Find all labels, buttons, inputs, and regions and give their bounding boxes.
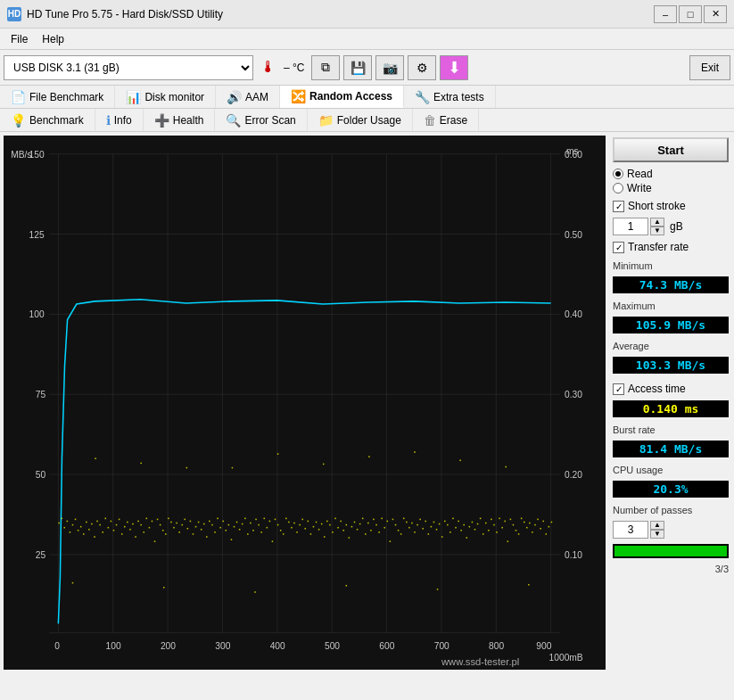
tab-error-scan[interactable]: 🔍 Error Scan [215, 109, 307, 131]
tab-extra-tests[interactable]: 🔧 Extra tests [404, 86, 496, 108]
transfer-rate-check: ✓ [613, 242, 624, 253]
progress-bar-container [613, 544, 729, 558]
svg-rect-104 [226, 530, 227, 531]
short-stroke-up[interactable]: ▲ [650, 218, 664, 226]
svg-rect-194 [472, 522, 474, 523]
read-radio[interactable]: Read [613, 168, 729, 180]
chart-container: MB/s 150 125 100 75 50 25 0.60 0.50 0.40… [4, 136, 606, 670]
short-stroke-spin-buttons: ▲ ▼ [650, 218, 664, 235]
svg-text:0.20: 0.20 [565, 470, 582, 480]
num-passes-input[interactable] [613, 521, 648, 539]
num-passes-down[interactable]: ▼ [650, 530, 664, 539]
svg-rect-94 [198, 522, 200, 523]
svg-rect-98 [209, 521, 210, 523]
svg-rect-208 [510, 519, 512, 521]
svg-rect-180 [433, 522, 435, 523]
screenshot-icon-btn[interactable]: 📷 [375, 55, 404, 80]
write-radio[interactable]: Write [613, 182, 729, 194]
svg-rect-230 [459, 460, 461, 462]
transfer-rate-checkbox[interactable]: ✓ Transfer rate [613, 241, 729, 253]
maximize-button[interactable]: □ [679, 5, 702, 23]
svg-rect-84 [170, 522, 172, 523]
save-icon-btn[interactable]: 💾 [343, 55, 372, 80]
menu-file[interactable]: File [4, 31, 35, 47]
svg-rect-225 [186, 467, 188, 469]
close-button[interactable]: ✕ [704, 5, 727, 23]
svg-rect-49 [75, 519, 77, 521]
svg-rect-141 [326, 521, 328, 523]
minimize-button[interactable]: – [654, 5, 677, 23]
svg-rect-212 [521, 518, 523, 520]
short-stroke-checkbox[interactable]: ✓ Short stroke [613, 200, 729, 212]
svg-rect-54 [88, 529, 90, 531]
settings-icon-btn[interactable]: ⚙ [408, 55, 436, 80]
svg-rect-43 [58, 523, 60, 524]
svg-rect-215 [529, 523, 531, 524]
svg-rect-139 [321, 523, 323, 525]
svg-rect-58 [99, 524, 101, 526]
disk-selector[interactable]: USB DISK 3.1 (31 gB) [4, 55, 253, 80]
svg-rect-62 [111, 521, 112, 523]
progress-label: 3/3 [613, 564, 729, 574]
svg-rect-236 [254, 591, 256, 593]
cpu-usage-value: 20.3% [613, 481, 729, 498]
svg-rect-103 [222, 521, 224, 523]
svg-rect-183 [441, 536, 443, 538]
tab-disk-monitor[interactable]: 📊 Disk monitor [115, 86, 216, 108]
svg-rect-229 [368, 456, 370, 457]
tab-benchmark[interactable]: 💡 Benchmark [0, 109, 95, 131]
svg-rect-176 [422, 528, 424, 530]
svg-rect-66 [121, 533, 123, 535]
tab-file-benchmark[interactable]: 📄 File Benchmark [0, 86, 115, 108]
window-title: HD Tune Pro 5.75 - Hard Disk/SSD Utility [27, 8, 654, 21]
svg-rect-121 [272, 540, 274, 542]
tab-info[interactable]: ℹ Info [95, 109, 144, 131]
svg-rect-232 [414, 451, 416, 453]
svg-rect-118 [263, 518, 265, 520]
svg-rect-99 [211, 524, 213, 526]
copy-icon-btn[interactable]: ⧉ [311, 55, 340, 80]
tab-folder-usage[interactable]: 📁 Folder Usage [308, 109, 413, 131]
svg-rect-97 [206, 536, 208, 538]
svg-rect-117 [260, 531, 262, 533]
svg-text:700: 700 [434, 641, 449, 651]
start-button[interactable]: Start [613, 137, 729, 162]
svg-rect-206 [504, 521, 506, 523]
tab-health[interactable]: ➕ Health [144, 109, 216, 131]
svg-rect-124 [280, 530, 282, 531]
temperature-display: – °C [280, 62, 308, 74]
svg-rect-146 [340, 521, 342, 523]
svg-rect-0 [4, 136, 606, 670]
short-stroke-input[interactable] [613, 218, 648, 235]
temperature-icon: 🌡 [260, 58, 276, 77]
short-stroke-down[interactable]: ▼ [650, 226, 664, 235]
svg-rect-170 [406, 522, 408, 523]
menu-help[interactable]: Help [35, 31, 71, 47]
svg-text:150: 150 [29, 150, 45, 160]
svg-rect-160 [378, 531, 380, 533]
main-content: MB/s 150 125 100 75 50 25 0.60 0.50 0.40… [0, 132, 734, 673]
tab-aam[interactable]: 🔊 AAM [216, 86, 280, 108]
svg-rect-151 [354, 522, 356, 523]
svg-rect-45 [64, 527, 66, 529]
download-icon-btn[interactable]: ⬇ [440, 55, 468, 80]
access-time-checkbox[interactable]: ✓ Access time [613, 383, 729, 395]
svg-rect-110 [242, 523, 243, 525]
svg-rect-221 [546, 533, 548, 535]
svg-rect-106 [231, 539, 233, 540]
svg-rect-147 [342, 530, 344, 531]
tab-random-access[interactable]: 🔀 Random Access [280, 86, 404, 108]
svg-rect-122 [275, 519, 276, 521]
svg-rect-207 [507, 540, 509, 542]
exit-button[interactable]: Exit [689, 55, 730, 80]
svg-rect-89 [185, 519, 186, 521]
num-passes-up[interactable]: ▲ [650, 521, 664, 530]
svg-rect-46 [67, 521, 69, 523]
app-icon: HD [7, 7, 21, 21]
svg-text:125: 125 [29, 230, 45, 240]
tab-erase[interactable]: 🗑 Erase [413, 109, 479, 131]
extra-tests-icon: 🔧 [415, 90, 430, 104]
svg-rect-44 [61, 518, 62, 520]
svg-rect-153 [359, 523, 361, 525]
svg-text:100: 100 [29, 309, 45, 319]
